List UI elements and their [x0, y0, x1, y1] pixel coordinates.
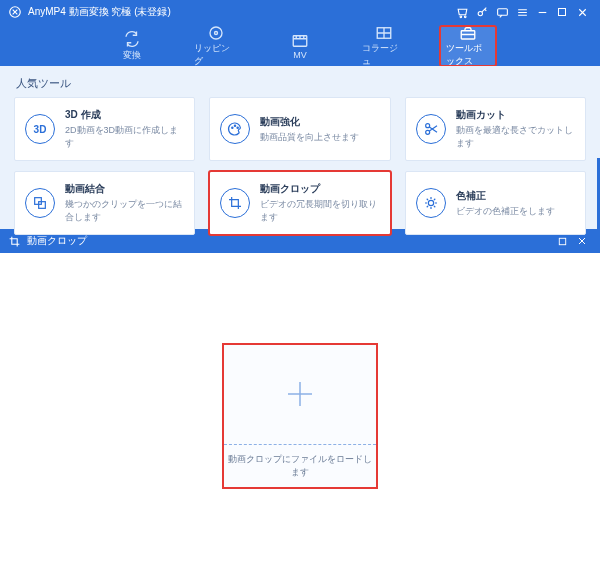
card-enhance[interactable]: 動画強化動画品質を向上させます	[209, 97, 390, 161]
3d-icon: 3D	[25, 114, 55, 144]
maximize-icon[interactable]	[552, 3, 572, 21]
card-color[interactable]: 色補正ビデオの色補正をします	[405, 171, 586, 235]
card-desc: ビデオの冗長期間を切り取ります	[260, 198, 379, 224]
card-title: 動画カット	[456, 108, 575, 122]
svg-point-15	[425, 130, 429, 134]
crop-panel-title: 動画クロップ	[27, 234, 87, 248]
app-title: AnyMP4 動画変換 究極 (未登録)	[28, 5, 171, 19]
card-desc: 幾つかのクリップを一つに結合します	[65, 198, 184, 224]
svg-rect-5	[559, 9, 566, 16]
cards-grid: 3D 3D 作成2D動画を3D動画に作成します 動画強化動画品質を向上させます …	[14, 97, 586, 235]
convert-icon	[123, 31, 141, 48]
svg-point-12	[235, 125, 236, 126]
minimize-icon[interactable]	[532, 3, 552, 21]
card-3d-create[interactable]: 3D 3D 作成2D動画を3D動画に作成します	[14, 97, 195, 161]
dropzone-plus-area	[224, 345, 376, 445]
toolbox-icon	[459, 25, 477, 41]
key-icon[interactable]	[472, 3, 492, 21]
svg-rect-4	[497, 8, 507, 15]
nav-label: 変換	[123, 49, 141, 62]
card-title: 3D 作成	[65, 108, 184, 122]
svg-point-2	[464, 16, 466, 18]
nav-label: MV	[293, 50, 307, 60]
card-cut[interactable]: 動画カット動画を最適な長さでカットします	[405, 97, 586, 161]
nav-collage[interactable]: コラージュ	[356, 26, 412, 66]
titlebar: AnyMP4 動画変換 究極 (未登録)	[0, 0, 600, 24]
nav-label: コラージュ	[362, 42, 406, 68]
file-dropzone[interactable]: 動画クロップにファイルをロードします	[222, 343, 378, 489]
crop-panel-body: 動画クロップにファイルをロードします	[0, 253, 600, 578]
nav-ripping[interactable]: リッピング	[188, 26, 244, 66]
svg-rect-19	[559, 238, 565, 244]
mv-icon	[291, 32, 309, 49]
app-logo-icon	[8, 5, 22, 19]
svg-point-7	[215, 31, 218, 34]
menu-icon[interactable]	[512, 3, 532, 21]
card-desc: 動画品質を向上させます	[260, 131, 359, 144]
crop-icon	[220, 188, 250, 218]
nav-label: リッピング	[194, 42, 238, 68]
tools-section: 人気ツール 3D 3D 作成2D動画を3D動画に作成します 動画強化動画品質を向…	[0, 66, 600, 229]
card-title: 色補正	[456, 189, 555, 203]
color-icon	[416, 188, 446, 218]
card-desc: 2D動画を3D動画に作成します	[65, 124, 184, 150]
card-desc: ビデオの色補正をします	[456, 205, 555, 218]
scissors-icon	[416, 114, 446, 144]
main-navbar: 変換 リッピング MV コラージュ ツールボックス	[0, 24, 600, 66]
card-title: 動画クロップ	[260, 182, 379, 196]
nav-label: ツールボックス	[446, 42, 490, 68]
card-title: 動画強化	[260, 115, 359, 129]
svg-point-14	[425, 124, 429, 128]
close-icon[interactable]	[572, 3, 592, 21]
crop-title-icon	[8, 235, 21, 248]
card-desc: 動画を最適な長さでカットします	[456, 124, 575, 150]
svg-point-1	[460, 16, 462, 18]
svg-point-13	[237, 127, 238, 128]
nav-toolbox[interactable]: ツールボックス	[440, 26, 496, 66]
nav-mv[interactable]: MV	[272, 26, 328, 66]
svg-point-6	[210, 27, 222, 39]
section-title: 人気ツール	[14, 72, 586, 97]
card-title: 動画結合	[65, 182, 184, 196]
svg-point-3	[478, 11, 482, 15]
nav-convert[interactable]: 変換	[104, 26, 160, 66]
ripping-icon	[207, 24, 225, 41]
svg-point-11	[232, 127, 233, 128]
svg-point-18	[428, 200, 433, 205]
message-icon[interactable]	[492, 3, 512, 21]
collage-icon	[375, 25, 393, 41]
dropzone-text: 動画クロップにファイルをロードします	[224, 445, 376, 487]
cart-icon[interactable]	[452, 3, 472, 21]
plus-icon	[282, 376, 318, 412]
palette-icon	[220, 114, 250, 144]
svg-rect-16	[35, 198, 42, 205]
merge-icon	[25, 188, 55, 218]
card-crop[interactable]: 動画クロップビデオの冗長期間を切り取ります	[209, 171, 390, 235]
svg-rect-17	[39, 202, 46, 209]
card-merge[interactable]: 動画結合幾つかのクリップを一つに結合します	[14, 171, 195, 235]
